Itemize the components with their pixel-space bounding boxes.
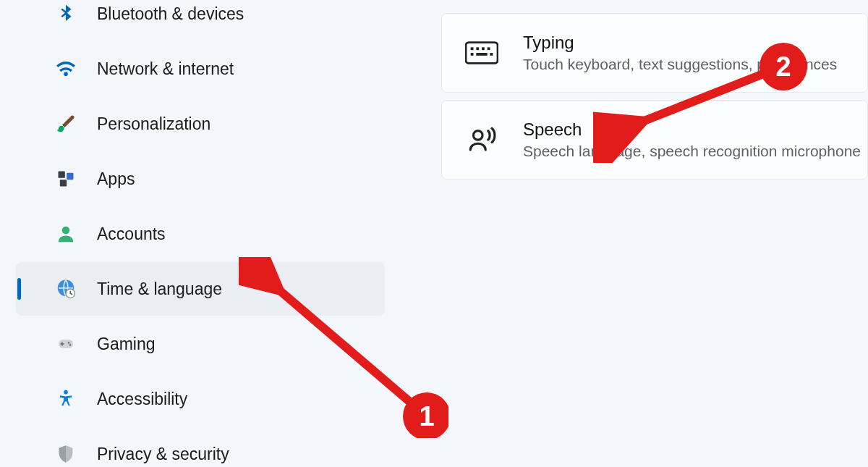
sidebar-label-accounts: Accounts <box>97 224 166 244</box>
svg-rect-13 <box>482 47 485 50</box>
card-typing-title: Typing <box>523 33 837 53</box>
sidebar-item-apps[interactable]: Apps <box>16 152 385 206</box>
sidebar-label-privacy: Privacy & security <box>97 445 229 464</box>
settings-content: Typing Touch keyboard, text suggestions,… <box>441 13 868 187</box>
sidebar-item-bluetooth[interactable]: Bluetooth & devices <box>16 0 385 41</box>
svg-point-8 <box>69 344 72 346</box>
time-language-icon <box>54 277 78 301</box>
svg-point-20 <box>403 392 448 438</box>
sidebar-label-gaming: Gaming <box>97 335 156 354</box>
accessibility-icon <box>54 387 78 411</box>
settings-sidebar: Bluetooth & devices Network & internet P… <box>0 0 391 467</box>
sidebar-label-bluetooth: Bluetooth & devices <box>97 4 244 24</box>
speech-icon <box>465 123 498 156</box>
svg-point-7 <box>68 342 70 344</box>
svg-point-9 <box>64 390 68 395</box>
brush-icon <box>54 112 78 136</box>
svg-rect-2 <box>60 180 67 186</box>
sidebar-label-apps: Apps <box>97 169 135 189</box>
svg-rect-17 <box>490 53 493 56</box>
wifi-icon <box>54 56 78 81</box>
annotation-badge-1-text: 1 <box>419 401 434 432</box>
card-speech-title: Speech <box>523 119 861 140</box>
svg-rect-1 <box>67 173 73 180</box>
svg-rect-0 <box>59 172 65 178</box>
sidebar-item-accounts[interactable]: Accounts <box>16 207 385 261</box>
svg-point-3 <box>62 227 70 235</box>
sidebar-item-gaming[interactable]: Gaming <box>16 317 385 371</box>
card-typing-subtitle: Touch keyboard, text suggestions, prefer… <box>523 56 837 73</box>
card-speech[interactable]: Speech Speech language, speech recogniti… <box>441 100 868 180</box>
sidebar-label-personalization: Personalization <box>97 114 210 134</box>
svg-point-18 <box>473 131 482 140</box>
svg-rect-11 <box>471 47 474 50</box>
sidebar-item-privacy[interactable]: Privacy & security <box>16 427 385 467</box>
bluetooth-icon <box>54 1 78 26</box>
card-speech-subtitle: Speech language, speech recognition micr… <box>523 143 861 160</box>
apps-icon <box>54 167 78 191</box>
sidebar-item-time-language[interactable]: Time & language <box>16 262 385 316</box>
card-speech-text: Speech Speech language, speech recogniti… <box>523 119 861 160</box>
svg-rect-15 <box>471 53 474 56</box>
card-typing[interactable]: Typing Touch keyboard, text suggestions,… <box>441 13 868 93</box>
card-typing-text: Typing Touch keyboard, text suggestions,… <box>523 33 837 73</box>
keyboard-icon <box>465 36 498 70</box>
sidebar-item-network[interactable]: Network & internet <box>16 42 385 96</box>
sidebar-item-personalization[interactable]: Personalization <box>16 97 385 151</box>
sidebar-label-network: Network & internet <box>97 59 234 79</box>
shield-icon <box>54 442 78 466</box>
sidebar-label-accessibility: Accessibility <box>97 390 187 409</box>
svg-rect-12 <box>476 47 479 50</box>
svg-rect-14 <box>488 47 490 50</box>
gamepad-icon <box>54 332 78 356</box>
sidebar-label-time-language: Time & language <box>97 279 222 299</box>
sidebar-item-accessibility[interactable]: Accessibility <box>16 372 385 426</box>
person-icon <box>54 222 78 246</box>
svg-rect-16 <box>476 53 487 56</box>
